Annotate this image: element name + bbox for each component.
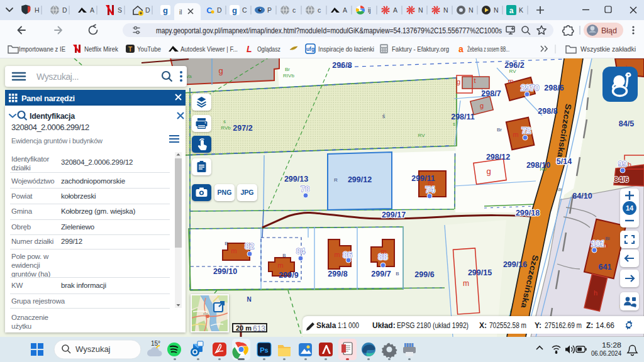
svg-text:g: g [486, 167, 491, 176]
svg-text:299/6: 299/6 [414, 270, 434, 279]
svg-text:R: R [334, 177, 338, 183]
svg-text:Autodesk Viewer | F...: Autodesk Viewer | F... [180, 45, 238, 53]
svg-text:A: A [343, 6, 347, 14]
svg-text:D: D [217, 6, 222, 14]
svg-text:g: g [218, 66, 223, 75]
svg-text:Układ:: Układ: [372, 321, 396, 330]
svg-text:m: m [231, 247, 236, 255]
svg-text:702552.58 m: 702552.58 m [489, 321, 526, 330]
svg-text:m: m [277, 261, 283, 269]
svg-text:275162.69 m: 275162.69 m [545, 321, 582, 330]
svg-text:299/18: 299/18 [516, 209, 540, 217]
svg-text:Żeberka z sosem BB...: Żeberka z sosem BB... [467, 45, 509, 53]
svg-text:K: K [519, 6, 523, 14]
svg-text:P: P [267, 6, 272, 14]
svg-text:N: N [443, 6, 448, 14]
svg-text:14: 14 [626, 204, 634, 212]
svg-text:84/6: 84/6 [614, 175, 629, 184]
svg-text:D: D [62, 6, 67, 14]
svg-text:B: B [282, 253, 286, 258]
svg-text:N: N [469, 6, 474, 14]
svg-text:N: N [418, 6, 423, 14]
svg-text:Bi: Bi [605, 236, 609, 241]
svg-text:L: L [247, 44, 252, 54]
svg-text:YouTube: YouTube [137, 45, 161, 53]
svg-text:B: B [396, 271, 399, 277]
svg-text:Br: Br [497, 127, 502, 133]
svg-text:Br: Br [285, 67, 290, 72]
svg-text:298/6: 298/6 [544, 84, 564, 92]
svg-text:15:28: 15:28 [602, 341, 621, 349]
svg-text:298/12: 298/12 [486, 153, 510, 162]
svg-text:t: t [474, 77, 475, 84]
svg-text:613: 613 [253, 324, 265, 333]
svg-text:299/15: 299/15 [468, 268, 492, 277]
svg-text:84/10: 84/10 [572, 192, 592, 200]
svg-text:g: g [480, 102, 484, 109]
svg-text:101: 101 [591, 239, 605, 248]
svg-text:RV: RV [509, 69, 517, 74]
svg-text:Błąd: Błąd [601, 26, 617, 35]
svg-text:C: C [206, 6, 213, 15]
svg-text:m: m [428, 179, 433, 187]
svg-text:Netflix Mirek: Netflix Mirek [84, 45, 118, 53]
svg-text:298/8: 298/8 [538, 107, 557, 116]
svg-text:14.66: 14.66 [596, 321, 614, 330]
svg-text:c: c [292, 6, 296, 14]
svg-text:299/10: 299/10 [213, 267, 237, 276]
svg-text:299/7: 299/7 [371, 270, 391, 278]
svg-text:299/17: 299/17 [382, 211, 406, 219]
svg-text:m: m [334, 251, 340, 258]
svg-text:82: 82 [245, 241, 254, 251]
svg-text:2970: 2970 [521, 83, 540, 92]
svg-text:N: N [494, 6, 499, 14]
svg-text:72: 72 [522, 126, 531, 135]
svg-text:ś: ś [453, 121, 455, 127]
svg-text:299/8: 299/8 [328, 270, 347, 278]
svg-text:D: D [145, 6, 150, 14]
svg-text:298/11: 298/11 [451, 112, 475, 121]
svg-text:99: 99 [618, 159, 627, 168]
svg-text:c: c [318, 6, 321, 14]
svg-text:84: 84 [296, 246, 306, 256]
svg-text:5/14: 5/14 [557, 157, 572, 166]
svg-text:g: g [232, 6, 237, 15]
svg-text:Inspiracje do łazienki: Inspiracje do łazienki [318, 45, 374, 53]
svg-text:20 m: 20 m [236, 324, 252, 332]
svg-text:S: S [118, 6, 122, 14]
svg-text:84/5: 84/5 [619, 119, 634, 128]
svg-text:C: C [242, 6, 247, 14]
svg-text:B: B [225, 241, 228, 246]
svg-text:299/12: 299/12 [348, 175, 372, 184]
svg-text:297/2: 297/2 [233, 124, 252, 133]
svg-text:m: m [513, 131, 518, 138]
svg-text:m: m [380, 248, 386, 255]
svg-text:il: il [179, 9, 182, 16]
svg-text:a: a [458, 44, 464, 54]
svg-text:A: A [393, 6, 397, 14]
svg-text:RIVb: RIVb [283, 73, 294, 79]
svg-text:Skala: Skala [316, 321, 336, 330]
svg-text:Faktury - Efaktury.org: Faktury - Efaktury.org [392, 45, 449, 53]
svg-text:296/8: 296/8 [332, 61, 352, 70]
svg-text:T: T [128, 46, 132, 53]
svg-text:a: a [509, 6, 514, 15]
svg-text:1:1 000: 1:1 000 [338, 321, 359, 330]
svg-text:m: m [463, 279, 469, 288]
svg-text:299/16: 299/16 [503, 260, 527, 269]
svg-text:h: h [628, 161, 631, 168]
svg-text:06.06.2024: 06.06.2024 [591, 349, 621, 357]
svg-text:ufg: ufg [306, 46, 314, 52]
svg-text:RV: RV [418, 133, 426, 138]
svg-text:Y:: Y: [535, 321, 541, 330]
svg-text:ij: ij [368, 6, 371, 14]
svg-text:RV: RV [540, 167, 548, 172]
svg-text:Panel narzędzi: Panel narzędzi [21, 94, 75, 103]
svg-text:299/9: 299/9 [279, 271, 298, 280]
svg-text:Oglądasz: Oglądasz [257, 45, 280, 53]
svg-text:g: g [457, 78, 460, 85]
svg-text:h: h [604, 241, 608, 249]
svg-text:dr: dr [557, 187, 562, 192]
svg-text:EPSG 2180 (układ 1992): EPSG 2180 (układ 1992) [397, 321, 469, 330]
svg-text:Ps: Ps [260, 346, 268, 354]
